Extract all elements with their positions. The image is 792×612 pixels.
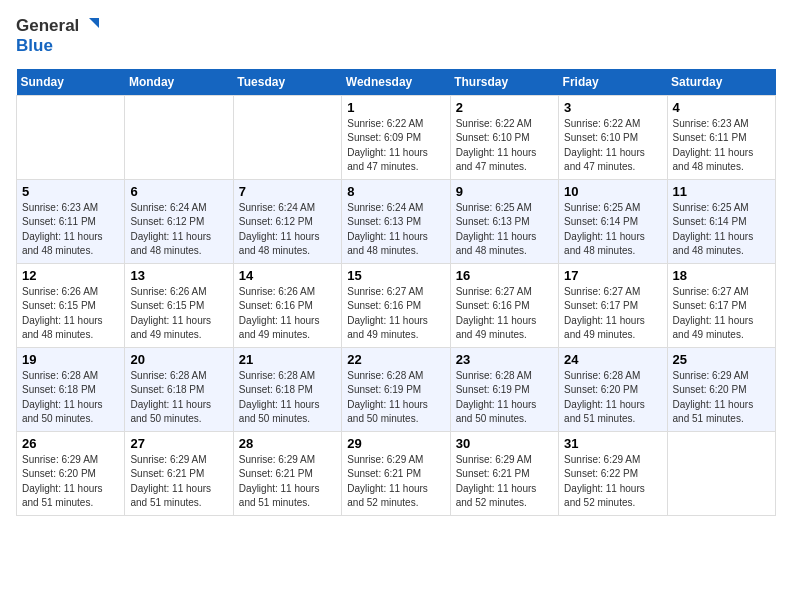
day-detail: Sunrise: 6:28 AMSunset: 6:19 PMDaylight:… xyxy=(347,369,444,427)
day-detail: Sunrise: 6:24 AMSunset: 6:12 PMDaylight:… xyxy=(130,201,227,259)
day-number: 27 xyxy=(130,436,227,451)
logo: General Blue xyxy=(16,16,101,57)
calendar-week-row: 5Sunrise: 6:23 AMSunset: 6:11 PMDaylight… xyxy=(17,179,776,263)
day-number: 10 xyxy=(564,184,661,199)
day-detail: Sunrise: 6:23 AMSunset: 6:11 PMDaylight:… xyxy=(22,201,119,259)
page-header: General Blue xyxy=(16,16,776,57)
day-of-week-header: Tuesday xyxy=(233,69,341,96)
day-number: 19 xyxy=(22,352,119,367)
day-detail: Sunrise: 6:28 AMSunset: 6:20 PMDaylight:… xyxy=(564,369,661,427)
day-number: 3 xyxy=(564,100,661,115)
logo-chevron-icon xyxy=(81,16,101,36)
calendar-cell: 26Sunrise: 6:29 AMSunset: 6:20 PMDayligh… xyxy=(17,431,125,515)
calendar-cell: 10Sunrise: 6:25 AMSunset: 6:14 PMDayligh… xyxy=(559,179,667,263)
day-number: 26 xyxy=(22,436,119,451)
day-of-week-header: Thursday xyxy=(450,69,558,96)
calendar-cell: 13Sunrise: 6:26 AMSunset: 6:15 PMDayligh… xyxy=(125,263,233,347)
day-number: 11 xyxy=(673,184,770,199)
calendar-week-row: 12Sunrise: 6:26 AMSunset: 6:15 PMDayligh… xyxy=(17,263,776,347)
calendar-cell: 7Sunrise: 6:24 AMSunset: 6:12 PMDaylight… xyxy=(233,179,341,263)
day-number: 2 xyxy=(456,100,553,115)
day-number: 14 xyxy=(239,268,336,283)
day-detail: Sunrise: 6:28 AMSunset: 6:18 PMDaylight:… xyxy=(22,369,119,427)
day-detail: Sunrise: 6:28 AMSunset: 6:18 PMDaylight:… xyxy=(239,369,336,427)
day-detail: Sunrise: 6:24 AMSunset: 6:13 PMDaylight:… xyxy=(347,201,444,259)
day-detail: Sunrise: 6:26 AMSunset: 6:15 PMDaylight:… xyxy=(130,285,227,343)
day-detail: Sunrise: 6:25 AMSunset: 6:14 PMDaylight:… xyxy=(673,201,770,259)
calendar-header-row: SundayMondayTuesdayWednesdayThursdayFrid… xyxy=(17,69,776,96)
calendar-cell: 1Sunrise: 6:22 AMSunset: 6:09 PMDaylight… xyxy=(342,95,450,179)
calendar-cell: 29Sunrise: 6:29 AMSunset: 6:21 PMDayligh… xyxy=(342,431,450,515)
day-detail: Sunrise: 6:25 AMSunset: 6:14 PMDaylight:… xyxy=(564,201,661,259)
day-number: 25 xyxy=(673,352,770,367)
day-number: 18 xyxy=(673,268,770,283)
day-detail: Sunrise: 6:22 AMSunset: 6:09 PMDaylight:… xyxy=(347,117,444,175)
calendar-cell: 24Sunrise: 6:28 AMSunset: 6:20 PMDayligh… xyxy=(559,347,667,431)
day-detail: Sunrise: 6:29 AMSunset: 6:22 PMDaylight:… xyxy=(564,453,661,511)
day-number: 7 xyxy=(239,184,336,199)
calendar-cell xyxy=(17,95,125,179)
calendar-cell: 3Sunrise: 6:22 AMSunset: 6:10 PMDaylight… xyxy=(559,95,667,179)
day-number: 21 xyxy=(239,352,336,367)
calendar-week-row: 26Sunrise: 6:29 AMSunset: 6:20 PMDayligh… xyxy=(17,431,776,515)
day-number: 30 xyxy=(456,436,553,451)
day-number: 1 xyxy=(347,100,444,115)
day-detail: Sunrise: 6:23 AMSunset: 6:11 PMDaylight:… xyxy=(673,117,770,175)
calendar-cell: 14Sunrise: 6:26 AMSunset: 6:16 PMDayligh… xyxy=(233,263,341,347)
day-detail: Sunrise: 6:29 AMSunset: 6:21 PMDaylight:… xyxy=(239,453,336,511)
day-detail: Sunrise: 6:27 AMSunset: 6:17 PMDaylight:… xyxy=(673,285,770,343)
day-detail: Sunrise: 6:28 AMSunset: 6:19 PMDaylight:… xyxy=(456,369,553,427)
day-number: 13 xyxy=(130,268,227,283)
day-detail: Sunrise: 6:29 AMSunset: 6:21 PMDaylight:… xyxy=(347,453,444,511)
logo-text: General Blue xyxy=(16,16,101,57)
day-detail: Sunrise: 6:24 AMSunset: 6:12 PMDaylight:… xyxy=(239,201,336,259)
calendar-cell: 31Sunrise: 6:29 AMSunset: 6:22 PMDayligh… xyxy=(559,431,667,515)
day-of-week-header: Sunday xyxy=(17,69,125,96)
day-detail: Sunrise: 6:26 AMSunset: 6:15 PMDaylight:… xyxy=(22,285,119,343)
svg-marker-0 xyxy=(89,18,99,28)
calendar-cell: 9Sunrise: 6:25 AMSunset: 6:13 PMDaylight… xyxy=(450,179,558,263)
day-number: 20 xyxy=(130,352,227,367)
day-number: 17 xyxy=(564,268,661,283)
calendar-cell: 25Sunrise: 6:29 AMSunset: 6:20 PMDayligh… xyxy=(667,347,775,431)
calendar-cell: 30Sunrise: 6:29 AMSunset: 6:21 PMDayligh… xyxy=(450,431,558,515)
day-number: 12 xyxy=(22,268,119,283)
day-number: 16 xyxy=(456,268,553,283)
day-number: 28 xyxy=(239,436,336,451)
day-number: 29 xyxy=(347,436,444,451)
day-detail: Sunrise: 6:25 AMSunset: 6:13 PMDaylight:… xyxy=(456,201,553,259)
calendar-cell: 6Sunrise: 6:24 AMSunset: 6:12 PMDaylight… xyxy=(125,179,233,263)
calendar-cell: 15Sunrise: 6:27 AMSunset: 6:16 PMDayligh… xyxy=(342,263,450,347)
calendar-cell: 18Sunrise: 6:27 AMSunset: 6:17 PMDayligh… xyxy=(667,263,775,347)
day-number: 31 xyxy=(564,436,661,451)
day-number: 5 xyxy=(22,184,119,199)
day-number: 8 xyxy=(347,184,444,199)
calendar-cell: 22Sunrise: 6:28 AMSunset: 6:19 PMDayligh… xyxy=(342,347,450,431)
calendar-cell: 23Sunrise: 6:28 AMSunset: 6:19 PMDayligh… xyxy=(450,347,558,431)
calendar-cell: 28Sunrise: 6:29 AMSunset: 6:21 PMDayligh… xyxy=(233,431,341,515)
calendar-table: SundayMondayTuesdayWednesdayThursdayFrid… xyxy=(16,69,776,516)
calendar-cell: 4Sunrise: 6:23 AMSunset: 6:11 PMDaylight… xyxy=(667,95,775,179)
day-detail: Sunrise: 6:22 AMSunset: 6:10 PMDaylight:… xyxy=(456,117,553,175)
day-detail: Sunrise: 6:29 AMSunset: 6:20 PMDaylight:… xyxy=(673,369,770,427)
day-detail: Sunrise: 6:29 AMSunset: 6:21 PMDaylight:… xyxy=(130,453,227,511)
day-number: 9 xyxy=(456,184,553,199)
calendar-cell xyxy=(125,95,233,179)
calendar-cell: 27Sunrise: 6:29 AMSunset: 6:21 PMDayligh… xyxy=(125,431,233,515)
day-number: 23 xyxy=(456,352,553,367)
calendar-cell: 21Sunrise: 6:28 AMSunset: 6:18 PMDayligh… xyxy=(233,347,341,431)
calendar-cell: 5Sunrise: 6:23 AMSunset: 6:11 PMDaylight… xyxy=(17,179,125,263)
day-of-week-header: Friday xyxy=(559,69,667,96)
day-detail: Sunrise: 6:27 AMSunset: 6:17 PMDaylight:… xyxy=(564,285,661,343)
day-detail: Sunrise: 6:27 AMSunset: 6:16 PMDaylight:… xyxy=(347,285,444,343)
day-number: 22 xyxy=(347,352,444,367)
day-of-week-header: Wednesday xyxy=(342,69,450,96)
calendar-cell: 12Sunrise: 6:26 AMSunset: 6:15 PMDayligh… xyxy=(17,263,125,347)
calendar-week-row: 1Sunrise: 6:22 AMSunset: 6:09 PMDaylight… xyxy=(17,95,776,179)
calendar-cell: 19Sunrise: 6:28 AMSunset: 6:18 PMDayligh… xyxy=(17,347,125,431)
day-number: 6 xyxy=(130,184,227,199)
calendar-cell: 20Sunrise: 6:28 AMSunset: 6:18 PMDayligh… xyxy=(125,347,233,431)
day-detail: Sunrise: 6:27 AMSunset: 6:16 PMDaylight:… xyxy=(456,285,553,343)
day-detail: Sunrise: 6:28 AMSunset: 6:18 PMDaylight:… xyxy=(130,369,227,427)
calendar-cell xyxy=(233,95,341,179)
